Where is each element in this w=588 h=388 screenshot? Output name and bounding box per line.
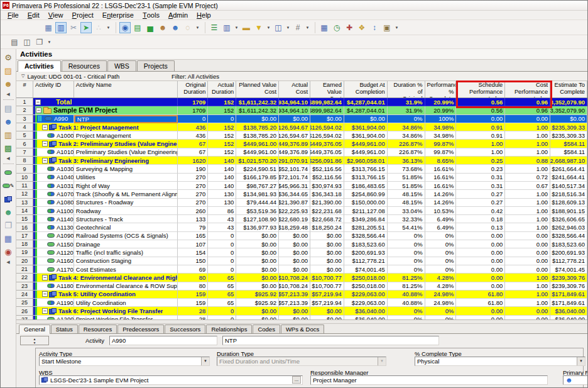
activity-id-cell[interactable]: A1090: [33, 232, 74, 240]
cell-actual-cost[interactable]: $126,594.67: [279, 131, 310, 140]
activity-id-cell[interactable]: A1100: [33, 207, 74, 215]
cell-original-duration[interactable]: 436: [178, 123, 208, 131]
col-header-cost-performance-index[interactable]: Cost Performance Index: [505, 81, 550, 97]
col-header-schedule-performance-index[interactable]: Schedule Performance Index: [456, 81, 505, 97]
cell-estimate-to-complete[interactable]: $328,566.44: [550, 232, 587, 240]
table-row[interactable]: 5A1000Project Management436152$138,785.2…: [16, 131, 587, 140]
table-row[interactable]: 26−Task 6: Project Working File Transfer…: [16, 307, 587, 315]
cell-budget-at-completion[interactable]: $449,961.00: [344, 140, 388, 148]
cell-actual-duration[interactable]: 0: [208, 240, 236, 248]
row-number[interactable]: 1: [16, 98, 33, 106]
row-number[interactable]: 9: [16, 165, 33, 173]
cell-budget-at-completion[interactable]: $183,523.60: [344, 240, 388, 248]
activity-name-cell[interactable]: Surveying & Mapping: [74, 165, 178, 173]
cell-original-duration[interactable]: 260: [178, 207, 208, 215]
cell-duration-of-original[interactable]: 51.85%: [388, 182, 425, 190]
cell-budget-at-completion[interactable]: $449,961.00: [344, 148, 388, 157]
cell-schedule-performance-index[interactable]: 0.91: [456, 123, 505, 131]
cell-schedule-performance-index[interactable]: 0.18: [456, 215, 505, 223]
cell-actual-cost[interactable]: $72,101.74: [279, 174, 310, 182]
table-row[interactable]: 7A1010Preliminary Studies (Value Enginee…: [16, 148, 587, 157]
col-header-planned-value-cost[interactable]: Planned Value Cost: [236, 81, 279, 97]
activity-id-cell[interactable]: A1190: [33, 299, 74, 307]
select-view-icon[interactable]: ◌: [182, 22, 193, 33]
cell-actual-cost[interactable]: $52,101.74: [279, 165, 310, 173]
col-header-earned-value-cost[interactable]: Earned Value Cost: [310, 81, 344, 97]
cell-original-duration[interactable]: 159: [178, 291, 208, 299]
group-cell[interactable]: −Task 1: Project Management: [33, 123, 178, 131]
cell-earned-value-cost[interactable]: $0.00: [310, 257, 344, 265]
cell-original-duration[interactable]: 270: [178, 199, 208, 207]
cell-actual-duration[interactable]: 140: [208, 174, 236, 182]
cell-actual-duration[interactable]: 152: [208, 123, 236, 131]
detail-tab-status[interactable]: Status: [51, 324, 78, 333]
cell-earned-value-cost[interactable]: $22,668.72: [310, 215, 344, 223]
cell-estimate-to-complete[interactable]: $241,664.41: [550, 174, 587, 182]
activity-details-icon[interactable]: ✎: [3, 180, 14, 192]
cell-actual-cost[interactable]: $57,213.39: [279, 291, 310, 299]
cell-cost-performance-index[interactable]: 1.00: [505, 282, 550, 291]
cell-budget-at-completion[interactable]: $211,127.08: [344, 207, 388, 215]
table-row[interactable]: 4−Task 1: Project Management436152$138,7…: [16, 123, 587, 131]
cell-actual-duration[interactable]: 65: [208, 291, 236, 299]
cell-actual-duration[interactable]: 130: [208, 190, 236, 198]
cell-earned-value-cost[interactable]: $57,219.94: [310, 299, 344, 307]
tools-more-icon[interactable]: ▼: [394, 22, 400, 33]
cell-schedule-performance-index[interactable]: 0.00: [456, 265, 505, 274]
cell-schedule-performance-index[interactable]: 0.27: [456, 199, 505, 207]
cell-duration-of-original[interactable]: 73.68%: [388, 165, 425, 173]
cell-performance-complete[interactable]: 4.28%: [425, 282, 457, 291]
cell-performance-complete[interactable]: 6.49%: [425, 215, 457, 223]
cell-actual-cost[interactable]: $22,225.93: [279, 207, 310, 215]
resource-usage-profile-icon[interactable]: ☻: [170, 22, 181, 33]
cell-schedule-performance-index[interactable]: 0.56: [456, 106, 505, 114]
row-number[interactable]: 26: [16, 307, 33, 315]
filter-icon-dropdown[interactable]: ▼: [266, 22, 271, 33]
table-row[interactable]: 1−Total1709152$1,611,242.32$934,964.10$8…: [16, 98, 587, 106]
cell-duration-of-original[interactable]: 51.85%: [388, 174, 425, 182]
cell-planned-value-cost[interactable]: $0.00: [236, 265, 279, 274]
layout-icon[interactable]: ◫: [273, 22, 284, 33]
row-number[interactable]: 22: [16, 274, 33, 282]
table-row[interactable]: 21A1170Cost Estimates690$0.00$0.00$0.00$…: [16, 265, 587, 274]
move-icon[interactable]: ↕: [369, 22, 380, 33]
cell-budget-at-completion[interactable]: $349,286.84: [344, 215, 388, 223]
cell-schedule-performance-index[interactable]: 0.00: [456, 316, 505, 319]
cell-actual-cost[interactable]: $934,964.10: [279, 98, 310, 106]
cell-earned-value-cost[interactable]: $0.00: [310, 115, 344, 123]
cell-duration-of-original[interactable]: 32.33%: [388, 215, 425, 223]
cell-original-duration[interactable]: 107: [178, 240, 208, 248]
cell-actual-duration[interactable]: 130: [208, 199, 236, 207]
detail-tab-resources[interactable]: Resources: [79, 324, 117, 333]
cell-actual-duration[interactable]: 0: [208, 316, 236, 319]
cell-duration-of-original[interactable]: 0%: [388, 316, 425, 319]
cell-performance-complete[interactable]: 14.26%: [425, 199, 457, 207]
cell-planned-value-cost[interactable]: $136,977.93: [236, 223, 279, 231]
cell-schedule-performance-index[interactable]: 0.00: [456, 282, 505, 291]
cell-planned-value-cost[interactable]: $1,611,242.32: [236, 106, 279, 114]
activities-icon[interactable]: [3, 167, 14, 179]
cell-original-duration[interactable]: 0: [178, 115, 208, 123]
cell-schedule-performance-index[interactable]: 0.00: [456, 115, 505, 123]
cell-earned-value-cost[interactable]: $18,250.24: [310, 223, 344, 231]
cell-actual-cost[interactable]: $0.00: [279, 257, 310, 265]
activity-name-cell[interactable]: Roadway: [74, 207, 178, 215]
table-row[interactable]: 6−Task 2: Preliminary Studies (Value Eng…: [16, 140, 587, 148]
cell-estimate-to-complete[interactable]: $262,946.03: [550, 223, 587, 231]
cell-duration-of-original[interactable]: 54.41%: [388, 223, 425, 231]
cell-actual-cost[interactable]: $934,964.10: [279, 106, 310, 114]
cell-earned-value-cost[interactable]: $126,594.02: [310, 131, 344, 140]
table-row[interactable]: 10A1040Utilities270140$166,179.85$72,101…: [16, 174, 587, 182]
row-number[interactable]: 20: [16, 257, 33, 265]
row-number[interactable]: 17: [16, 232, 33, 240]
cell-performance-complete[interactable]: 0%: [425, 265, 457, 274]
group-cell[interactable]: −Task 3: Preliminary Engineering: [33, 157, 178, 165]
cell-actual-cost[interactable]: $291,070.91: [279, 157, 310, 165]
wbs-field[interactable]: LSGS-Dec'23-1 Sample EVM Project ...: [39, 375, 303, 385]
activity-id-cell[interactable]: A1010: [33, 148, 74, 157]
table-row[interactable]: 27A1200Project Working File Transfer280$…: [16, 316, 587, 319]
cell-budget-at-completion[interactable]: $250,018.00: [344, 274, 388, 282]
cell-original-duration[interactable]: 436: [178, 131, 208, 140]
collapse-toolbar-icon-3[interactable]: ◀: [3, 259, 14, 265]
cell-planned-value-cost[interactable]: $166,179.85: [236, 174, 279, 182]
